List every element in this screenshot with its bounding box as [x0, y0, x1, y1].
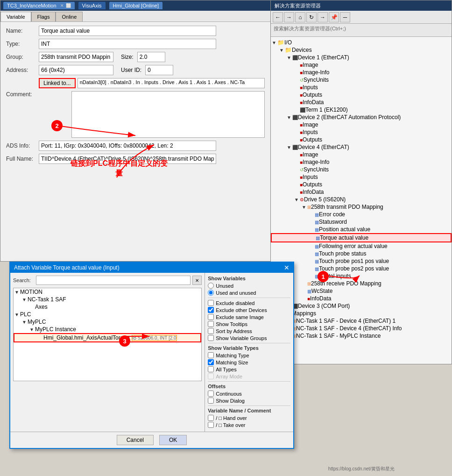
- pin-btn[interactable]: 📌: [329, 12, 339, 22]
- expand-btn[interactable]: ▼: [271, 39, 277, 46]
- cancel-button[interactable]: Cancel: [117, 435, 154, 445]
- tree-item-25[interactable]: ▦Position actual value: [271, 226, 452, 233]
- radio-unused-input[interactable]: [208, 283, 214, 289]
- comment-textarea[interactable]: [71, 91, 265, 138]
- tab-tc3[interactable]: TC3_InoVanceMotion ✕ ⬜: [3, 2, 75, 9]
- expand-btn[interactable]: ▼: [14, 289, 20, 295]
- check-matching-type[interactable]: Matching Type: [208, 352, 290, 358]
- tree-item-0[interactable]: ▼📁I/O: [271, 39, 452, 46]
- dialog-tree-item-1[interactable]: ▼NC-Task 1 SAF: [14, 296, 201, 303]
- ads-input[interactable]: [39, 141, 216, 151]
- tree-item-31[interactable]: ▦Digital inputs: [271, 272, 452, 280]
- dialog-search-input[interactable]: [36, 276, 191, 285]
- tab-hmi[interactable]: Hmi_Global [Online]: [109, 2, 162, 9]
- group-input[interactable]: [39, 52, 113, 62]
- ok-button[interactable]: OK: [159, 435, 187, 445]
- tree-item-5[interactable]: ↺SyncUnits: [271, 76, 452, 84]
- check-sort-input[interactable]: [208, 328, 214, 334]
- expand-btn[interactable]: ▼: [286, 144, 292, 150]
- check-show-tooltips[interactable]: Show Tooltips: [208, 321, 290, 327]
- tab-online[interactable]: Online: [56, 12, 83, 21]
- tree-item-3[interactable]: ■Image: [271, 61, 452, 69]
- dialog-tree-item-6[interactable]: Hmi_Global.hmi_AxisActualTorqueIB 520606…: [14, 333, 201, 342]
- tree-item-34[interactable]: ■InfoData: [271, 295, 452, 302]
- tab-visuaxis[interactable]: VisuAxis: [78, 2, 106, 9]
- expand-btn[interactable]: ▼: [286, 54, 292, 61]
- check-exclude-disabled-input[interactable]: [208, 300, 214, 306]
- dialog-tree-item-3[interactable]: ▼PLC: [14, 311, 201, 318]
- expand-btn[interactable]: ▼: [21, 296, 28, 303]
- tree-item-4[interactable]: ■Image-Info: [271, 69, 452, 76]
- expand-btn[interactable]: ▼: [278, 47, 285, 53]
- check-groups-input[interactable]: [208, 335, 214, 341]
- dialog-tree-item-0[interactable]: ▼MOTION: [14, 288, 201, 296]
- expand-btn[interactable]: ▼: [28, 326, 35, 333]
- tree-item-14[interactable]: ▼⬛Device 4 (EtherCAT): [271, 143, 452, 151]
- expand-btn[interactable]: ▼: [14, 311, 20, 318]
- check-hand-over[interactable]: / □ Hand over: [208, 415, 290, 421]
- check-continuous[interactable]: Continuous: [208, 391, 290, 397]
- dialog-tree-item-4[interactable]: ▼MyPLC: [14, 318, 201, 326]
- tree-item-15[interactable]: ■Image: [271, 151, 452, 158]
- tree-item-12[interactable]: ■Inputs: [271, 128, 452, 136]
- radio-unused[interactable]: Unused: [208, 283, 290, 289]
- tree-item-17[interactable]: ↺SyncUnits: [271, 166, 452, 173]
- tree-item-20[interactable]: ■InfoData: [271, 188, 452, 196]
- tab-variable[interactable]: Variable: [0, 12, 31, 21]
- expand-btn[interactable]: ▼: [286, 114, 292, 121]
- check-hand-over-input[interactable]: [208, 415, 214, 421]
- userid-input[interactable]: [145, 65, 173, 75]
- tree-item-2[interactable]: ▼⬛Device 1 (EtherCAT): [271, 54, 452, 61]
- home-btn[interactable]: ⌂: [295, 12, 305, 22]
- tree-item-39[interactable]: ⊞NC-Task 1 SAF - MyPLC Instance: [271, 332, 452, 340]
- check-show-groups[interactable]: Show Variable Groups: [208, 335, 290, 341]
- check-sort-address[interactable]: Sort by Address: [208, 328, 290, 334]
- tree-item-36[interactable]: ▼📁Mappings: [271, 310, 452, 317]
- back-btn[interactable]: ←: [273, 12, 283, 22]
- tree-item-19[interactable]: ■Outputs: [271, 181, 452, 188]
- tree-item-32[interactable]: ⊞258th receive PDO Mapping: [271, 280, 452, 287]
- check-matching-size-input[interactable]: [208, 359, 214, 365]
- check-all-types-input[interactable]: [208, 366, 214, 372]
- check-exclude-other-input[interactable]: [208, 307, 214, 313]
- tree-item-28[interactable]: ▦Touch probe status: [271, 250, 452, 257]
- minus-btn[interactable]: ─: [340, 12, 350, 22]
- tree-item-26[interactable]: ▦Torque actual value: [271, 233, 452, 242]
- dialog-tree-item-2[interactable]: Axes: [14, 303, 201, 311]
- check-continuous-input[interactable]: [208, 391, 214, 397]
- check-matching-type-input[interactable]: [208, 352, 214, 358]
- tree-item-16[interactable]: ■Image-Info: [271, 158, 452, 166]
- check-matching-size[interactable]: Matching Size: [208, 359, 290, 365]
- dialog-tree-item-5[interactable]: ▼MyPLC Instance: [14, 326, 201, 333]
- tree-item-22[interactable]: ▼⊞258th transmit PDO Mapping: [271, 203, 452, 211]
- tree-item-6[interactable]: ■Inputs: [271, 84, 452, 91]
- arrow-btn[interactable]: →: [318, 12, 328, 22]
- check-all-types[interactable]: All Types: [208, 366, 290, 372]
- forward-btn[interactable]: →: [284, 12, 294, 22]
- tree-item-27[interactable]: ▦Following error actual value: [271, 242, 452, 250]
- tree-item-23[interactable]: ▦Error code: [271, 211, 452, 218]
- tree-item-21[interactable]: ▼⚙Drive 5 (IS620N): [271, 196, 452, 203]
- address-input[interactable]: [39, 65, 113, 75]
- tree-item-8[interactable]: ■InfoData: [271, 99, 452, 106]
- tree-item-35[interactable]: ⬛Device 3 (COM Port): [271, 302, 452, 310]
- type-input[interactable]: [39, 39, 216, 49]
- tree-item-7[interactable]: ■Outputs: [271, 91, 452, 99]
- tree-item-13[interactable]: ■Outputs: [271, 136, 452, 143]
- tab-flags[interactable]: Flags: [31, 12, 56, 21]
- tree-item-18[interactable]: ■Inputs: [271, 173, 452, 181]
- tree-item-37[interactable]: ⊞NC-Task 1 SAF - Device 4 (EtherCAT) 1: [271, 317, 452, 325]
- expand-btn[interactable]: ▼: [21, 319, 28, 325]
- tree-item-30[interactable]: ▦Touch probe pos2 pos value: [271, 265, 452, 272]
- size-input[interactable]: [137, 52, 165, 62]
- radio-used-unused[interactable]: Used and unused: [208, 290, 290, 296]
- check-tooltips-input[interactable]: [208, 321, 214, 327]
- check-take-over-input[interactable]: [208, 422, 214, 428]
- refresh-btn[interactable]: ↻: [306, 12, 317, 22]
- radio-used-input[interactable]: [208, 290, 214, 296]
- dialog-search-clear[interactable]: ✕: [192, 276, 202, 285]
- check-show-dialog-input[interactable]: [208, 398, 214, 404]
- check-exclude-same-input[interactable]: [208, 314, 214, 320]
- tree-item-9[interactable]: ⬛Term 1 (EK1200): [271, 106, 452, 114]
- tree-item-24[interactable]: ▦Statusword: [271, 218, 452, 226]
